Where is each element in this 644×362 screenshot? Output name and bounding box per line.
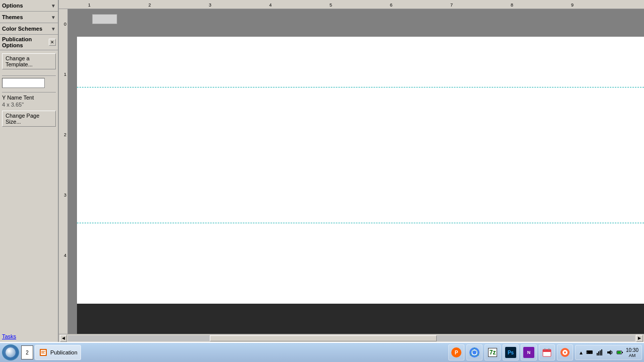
pub-item-label: Publication bbox=[50, 349, 77, 355]
scroll-thumb[interactable] bbox=[210, 335, 437, 341]
battery-tray-icon[interactable] bbox=[616, 348, 624, 356]
start-orb-icon bbox=[6, 347, 16, 357]
scroll-left-arrow[interactable]: ◀ bbox=[60, 335, 67, 342]
taskbar-dock: P 7z Ps bbox=[448, 344, 573, 360]
themes-section-header[interactable]: Themes ▼ bbox=[0, 12, 58, 23]
guide-line-1 bbox=[77, 87, 644, 87]
svg-rect-20 bbox=[601, 349, 602, 355]
ruler-mark-1: 1 bbox=[88, 3, 91, 8]
svg-rect-3 bbox=[41, 352, 44, 352]
color-schemes-header[interactable]: Color Schemes ▼ bbox=[0, 23, 58, 34]
clock-time: 10:30 bbox=[626, 347, 638, 353]
taskbar-items: 2 Publication bbox=[21, 345, 448, 360]
ruler-mark-8: 8 bbox=[511, 3, 513, 8]
pub-options-header: Publication Options ✕ bbox=[0, 35, 58, 50]
ruler-mark-3: 3 bbox=[209, 3, 211, 8]
app-window: Options ▼ Themes ▼ Color Schemes ▼ bbox=[0, 0, 644, 362]
svg-rect-18 bbox=[598, 351, 599, 355]
main-content: Options ▼ Themes ▼ Color Schemes ▼ bbox=[0, 0, 644, 342]
scroll-right-arrow[interactable]: ▶ bbox=[636, 335, 643, 342]
svg-text:P: P bbox=[455, 350, 458, 355]
svg-rect-23 bbox=[622, 352, 623, 353]
ruler-v-0: 0 bbox=[64, 22, 66, 27]
white-page[interactable] bbox=[77, 37, 644, 304]
calendar-dock-icon[interactable] bbox=[539, 344, 555, 360]
options-label: Options bbox=[2, 3, 23, 9]
svg-rect-19 bbox=[600, 350, 601, 355]
pub-options-close-btn[interactable]: ✕ bbox=[49, 39, 56, 46]
7zip-dock-icon[interactable]: 7z bbox=[485, 344, 501, 360]
photoshop-dock-icon[interactable]: Ps bbox=[503, 344, 519, 360]
ruler-mark-2: 2 bbox=[148, 3, 151, 8]
svg-rect-12 bbox=[544, 348, 545, 350]
taskbar-pub-item[interactable]: Publication bbox=[35, 345, 81, 360]
ruler-mark-6: 6 bbox=[390, 3, 392, 8]
page-indicator-number: 2 bbox=[26, 350, 29, 355]
color-schemes-label: Color Schemes bbox=[2, 26, 42, 32]
change-page-size-button[interactable]: Change Page Size... bbox=[2, 111, 56, 127]
chrome-dock-icon[interactable] bbox=[466, 344, 482, 360]
canvas-area: 1 2 3 4 5 6 7 8 9 0 1 2 3 bbox=[59, 0, 644, 342]
system-clock[interactable]: 10:30 AM bbox=[626, 347, 638, 358]
canvas-element bbox=[92, 14, 117, 24]
themes-arrow: ▼ bbox=[51, 15, 56, 20]
tent-name: Y Name Tent bbox=[2, 95, 56, 101]
ruler-top: 1 2 3 4 5 6 7 8 9 bbox=[59, 0, 644, 9]
svg-point-16 bbox=[564, 351, 566, 353]
bottom-dark-band bbox=[77, 304, 644, 334]
svg-rect-2 bbox=[41, 351, 45, 351]
color-schemes-section: Color Schemes ▼ bbox=[0, 23, 58, 35]
template-name-input[interactable] bbox=[2, 78, 45, 88]
onenote-dock-icon[interactable]: N bbox=[521, 344, 537, 360]
tasks-link[interactable]: Tasks bbox=[2, 333, 16, 339]
svg-point-9 bbox=[472, 350, 476, 354]
taskbar: 2 Publication bbox=[0, 342, 644, 362]
keyboard-layout-icon: ⌨ bbox=[586, 350, 593, 355]
themes-section: Themes ▼ bbox=[0, 12, 58, 23]
paint-dock-icon[interactable] bbox=[557, 344, 573, 360]
ruler-v-2: 2 bbox=[64, 132, 66, 137]
pub-options-content: Change a Template... Y Name Tent 4 x 3.6… bbox=[0, 50, 58, 130]
color-schemes-arrow: ▼ bbox=[51, 26, 56, 32]
left-panel: Options ▼ Themes ▼ Color Schemes ▼ bbox=[0, 0, 59, 342]
system-tray: ▲ ⌨ bbox=[575, 345, 642, 360]
svg-rect-13 bbox=[548, 348, 549, 350]
svg-rect-17 bbox=[597, 353, 598, 355]
ruler-v-4: 4 bbox=[64, 253, 66, 258]
page-indicator[interactable]: 2 bbox=[21, 345, 33, 359]
pub-icon bbox=[38, 347, 48, 357]
scroll-track[interactable] bbox=[68, 335, 635, 341]
publisher-dock-icon[interactable]: P bbox=[448, 344, 464, 360]
page-canvas bbox=[68, 9, 644, 334]
top-grey-bar bbox=[77, 9, 644, 37]
options-section: Options ▼ bbox=[0, 0, 58, 12]
horizontal-ruler: 1 2 3 4 5 6 7 8 9 bbox=[68, 0, 644, 9]
divider-2 bbox=[2, 92, 56, 93]
change-template-button[interactable]: Change a Template... bbox=[2, 53, 56, 69]
ruler-mark-7: 7 bbox=[450, 3, 453, 8]
ruler-left: 0 1 2 3 4 bbox=[59, 9, 68, 334]
tray-expand-icon[interactable]: ▲ bbox=[579, 350, 584, 355]
canvas-scroll: 0 1 2 3 4 bbox=[59, 9, 644, 334]
options-section-header[interactable]: Options ▼ bbox=[0, 0, 58, 11]
ruler-mark-9: 9 bbox=[571, 3, 574, 8]
svg-rect-24 bbox=[617, 351, 621, 353]
clock-date: AM bbox=[626, 353, 638, 358]
ruler-v-1: 1 bbox=[64, 72, 66, 77]
svg-rect-4 bbox=[41, 353, 45, 353]
tent-size: 4 x 3.65" bbox=[2, 102, 56, 108]
network-tray-icon[interactable] bbox=[596, 348, 604, 356]
svg-rect-11 bbox=[543, 349, 551, 352]
start-button[interactable] bbox=[2, 344, 19, 360]
pub-options-title: Publication Options bbox=[2, 36, 49, 48]
divider-1 bbox=[2, 75, 56, 76]
ruler-v-3: 3 bbox=[64, 193, 66, 198]
tasks-section: Tasks bbox=[0, 331, 58, 342]
volume-tray-icon[interactable] bbox=[606, 348, 614, 356]
svg-marker-21 bbox=[607, 350, 611, 355]
guide-line-2 bbox=[77, 223, 644, 223]
ruler-mark-4: 4 bbox=[269, 3, 272, 8]
keyboard-indicator: ⌨ bbox=[586, 348, 594, 356]
h-scrollbar: ◀ ▶ bbox=[59, 334, 644, 342]
ruler-mark-5: 5 bbox=[330, 3, 332, 8]
